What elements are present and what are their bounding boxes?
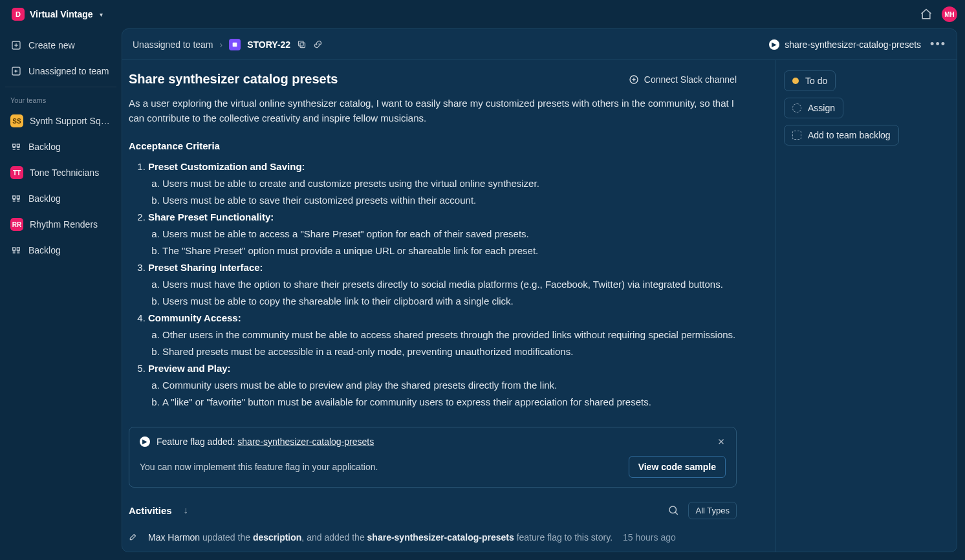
ac-item: Community users must be able to preview …: [162, 378, 737, 393]
ac-item: Other users in the community must be abl…: [162, 327, 737, 343]
search-icon[interactable]: [667, 504, 679, 516]
home-icon[interactable]: [920, 8, 933, 21]
sidebar-teams-heading: Your teams: [5, 90, 116, 108]
flag-banner-link[interactable]: share-synthesizer-catalog-presets: [237, 436, 374, 447]
sidebar-backlog-rhythm-renders[interactable]: Backlog: [5, 237, 116, 263]
ac-section-title: Preview and Play:: [148, 363, 231, 374]
connect-slack-label: Connect Slack channel: [644, 74, 737, 85]
breadcrumb-team[interactable]: Unassigned to team: [133, 39, 213, 50]
flag-icon: ▶: [769, 39, 779, 50]
feature-flag-name: share-synthesizer-catalog-presets: [785, 39, 921, 50]
copy-id-icon[interactable]: [297, 39, 307, 49]
ac-item: Users must be able to access a "Share Pr…: [162, 226, 737, 242]
chevron-down-icon: ▾: [100, 11, 103, 18]
flag-banner-prefix: Feature flag added:: [157, 436, 237, 447]
ac-item: Users must be able to create and customi…: [162, 176, 737, 191]
feature-flag-chip[interactable]: ▶ share-synthesizer-catalog-presets: [769, 39, 921, 50]
story-title[interactable]: Share synthesizer catalog presets: [129, 72, 338, 87]
sidebar-item-label: Tone Technicians: [30, 167, 99, 178]
close-icon[interactable]: [717, 437, 726, 446]
feature-flag-banner: ▶ Feature flag added: share-synthesizer-…: [129, 427, 737, 488]
ac-section-title: Share Preset Functionality:: [148, 211, 274, 222]
sidebar-team-rhythm-renders[interactable]: RR Rhythm Renders: [5, 211, 116, 237]
activity-types-filter[interactable]: All Types: [688, 502, 737, 519]
copy-link-icon[interactable]: [313, 39, 323, 49]
ac-item: Users must have the option to share thei…: [162, 277, 737, 292]
workspace-switcher[interactable]: D Virtual Vintage ▾: [8, 5, 107, 23]
workspace-badge: D: [12, 8, 25, 21]
backlog-placeholder-icon: [792, 131, 801, 140]
status-pill[interactable]: To do: [784, 70, 836, 91]
sidebar-item-label: Synth Support Sq…: [30, 116, 110, 126]
ac-item: A "like" or "favorite" button must be av…: [162, 394, 737, 410]
sort-icon[interactable]: ↓: [184, 505, 188, 515]
sidebar-backlog-tone-technicians[interactable]: Backlog: [5, 186, 116, 211]
ac-section-title: Preset Sharing Interface:: [148, 262, 263, 273]
ac-item: Users must be able to save their customi…: [162, 193, 737, 208]
story-sidebar: To do Assign Add to team backlog: [775, 60, 957, 552]
assignee-placeholder-icon: [792, 103, 801, 113]
backlog-icon: [10, 245, 22, 255]
team-badge: SS: [10, 114, 23, 127]
assign-label: Assign: [808, 103, 835, 113]
sidebar-team-synth-support[interactable]: SS Synth Support Sq…: [5, 108, 116, 134]
sidebar-item-label: Create new: [28, 40, 75, 50]
sidebar-unassigned[interactable]: Unassigned to team: [5, 58, 116, 84]
ac-item: Users must be able to copy the shareable…: [162, 294, 737, 309]
ac-section-title: Community Access:: [148, 312, 241, 323]
chevron-right-icon: ›: [220, 39, 223, 50]
activity-item: Max Harmon updated the description.15 ho…: [129, 548, 737, 552]
svg-point-6: [669, 506, 677, 513]
ac-item: The "Share Preset" option must provide a…: [162, 243, 737, 259]
add-to-backlog-button[interactable]: Add to team backlog: [784, 125, 899, 145]
status-dot-icon: [792, 78, 799, 84]
story-description[interactable]: As a user exploring the virtual online s…: [129, 96, 737, 126]
sidebar-item-label: Backlog: [28, 142, 61, 152]
sidebar-backlog-synth-support[interactable]: Backlog: [5, 134, 116, 160]
svg-rect-3: [300, 43, 305, 48]
svg-rect-4: [299, 41, 304, 47]
team-badge: RR: [10, 218, 23, 231]
story-type-icon: [229, 39, 241, 50]
backlog-icon: [10, 142, 22, 152]
sidebar-team-tone-technicians[interactable]: TT Tone Technicians: [5, 160, 116, 186]
story-id[interactable]: STORY-22: [247, 39, 290, 50]
svg-rect-2: [233, 42, 237, 47]
acceptance-criteria-list: Preset Customization and Saving:Users mu…: [129, 159, 737, 410]
view-code-sample-button[interactable]: View code sample: [629, 456, 726, 478]
sidebar: Create new Unassigned to team Your teams…: [0, 28, 122, 560]
sidebar-create-new[interactable]: Create new: [5, 32, 116, 58]
activity-item: Max Harmon updated the description, and …: [129, 527, 737, 548]
acceptance-criteria-heading: Acceptance Criteria: [129, 140, 737, 151]
sidebar-item-label: Unassigned to team: [28, 66, 109, 76]
connect-slack-button[interactable]: Connect Slack channel: [629, 74, 737, 85]
create-icon: [10, 40, 22, 50]
user-avatar[interactable]: MH: [942, 6, 957, 22]
sidebar-item-label: Backlog: [28, 193, 61, 204]
team-badge: TT: [10, 166, 23, 179]
flag-banner-sub: You can now implement this feature flag …: [140, 462, 378, 472]
backlog-icon: [10, 193, 22, 204]
ac-section-title: Preset Customization and Saving:: [148, 161, 305, 172]
status-label: To do: [805, 76, 827, 86]
assign-button[interactable]: Assign: [784, 98, 843, 118]
sidebar-item-label: Backlog: [28, 245, 61, 255]
more-menu-icon[interactable]: •••: [930, 38, 946, 51]
inbox-icon: [10, 66, 22, 76]
add-to-backlog-label: Add to team backlog: [808, 130, 891, 140]
breadcrumb: Unassigned to team › STORY-22: [133, 39, 323, 50]
workspace-name: Virtual Vintage: [30, 9, 93, 19]
flag-icon: ▶: [140, 436, 150, 447]
sidebar-item-label: Rhythm Renders: [30, 219, 98, 230]
activities-heading: Activities: [129, 505, 172, 516]
edit-icon: [129, 531, 140, 543]
ac-item: Shared presets must be accessible in a r…: [162, 344, 737, 360]
